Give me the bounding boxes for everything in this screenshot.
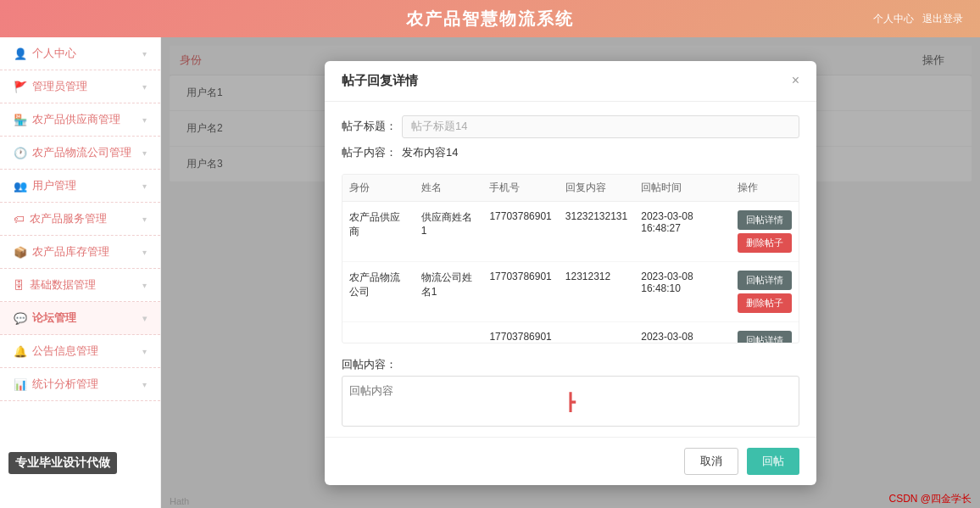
chevron-down-icon: ▾ [142, 148, 147, 158]
chevron-down-icon: ▾ [142, 314, 147, 323]
table-header-row: 身份 姓名 手机号 回复内容 回帖时间 操作 [342, 175, 799, 202]
chevron-down-icon: ▾ [142, 181, 147, 191]
chevron-down-icon: ▾ [142, 281, 147, 290]
chevron-down-icon: ▾ [142, 347, 147, 356]
reply-phone-1: 17703786901 [482, 201, 558, 261]
dialog-body: 帖子标题： 帖子内容： 发布内容14 [325, 102, 816, 437]
reply-action-2: 回帖详情 删除帖子 [731, 261, 799, 321]
post-content-label: 帖子内容： [342, 145, 397, 160]
chevron-down-icon: ▾ [142, 82, 147, 92]
app-header: 农产品智慧物流系统 个人中心 退出登录 [0, 0, 980, 37]
shop-icon: 🏪 [14, 114, 27, 126]
csdn-badge: CSDN @四金学长 [888, 492, 972, 506]
dialog-header: 帖子回复详情 × [325, 61, 816, 102]
clock-icon: 🕐 [14, 147, 27, 159]
sidebar-item-service[interactable]: 🏷 农产品服务管理 ▾ [0, 203, 160, 236]
reply-content-label: 回帖内容： [342, 357, 799, 372]
reply-textarea[interactable] [342, 376, 799, 427]
chevron-down-icon: ▾ [142, 380, 147, 389]
col-identity: 身份 [342, 175, 415, 202]
reply-row-3: 17703786901 2023-03-08 回帖详情 [342, 321, 799, 343]
app-title: 农产品智慧物流系统 [406, 8, 574, 31]
reply-identity-1: 农产品供应商 [342, 201, 415, 261]
bottom-text: Hath [170, 496, 189, 506]
reply-action-1: 回帖详情 删除帖子 [731, 201, 799, 261]
reply-detail-button-2[interactable]: 回帖详情 [738, 271, 792, 290]
sidebar-item-basedata[interactable]: 🗄 基础数据管理 ▾ [0, 269, 160, 302]
cancel-button[interactable]: 取消 [684, 448, 738, 475]
reply-identity-3 [342, 321, 415, 343]
col-time: 回帖时间 [634, 175, 731, 202]
replies-table: 身份 姓名 手机号 回复内容 回帖时间 操作 [342, 175, 799, 343]
chevron-down-icon: ▾ [142, 248, 147, 257]
post-title-row: 帖子标题： [342, 115, 799, 138]
profile-link[interactable]: 个人中心 [873, 12, 914, 26]
post-title-input[interactable] [402, 115, 799, 138]
user-icon: 👤 [14, 47, 27, 60]
modal-overlay: 帖子回复详情 × 帖子标题： 帖子内容： 发布内容14 [161, 37, 980, 508]
chat-icon: 💬 [14, 312, 27, 325]
sidebar-item-notice[interactable]: 🔔 公告信息管理 ▾ [0, 335, 160, 368]
dialog-title: 帖子回复详情 [342, 73, 418, 89]
reply-name-1: 供应商姓名1 [415, 201, 483, 261]
reply-content-3 [559, 321, 634, 343]
delete-reply-button-2[interactable]: 删除帖子 [738, 293, 792, 313]
col-action: 操作 [731, 175, 799, 202]
database-icon: 🗄 [14, 279, 25, 292]
users-icon: 👥 [14, 180, 27, 193]
logout-link[interactable]: 退出登录 [922, 12, 963, 26]
inner-action-group-2: 回帖详情 删除帖子 [738, 271, 792, 313]
sidebar-item-logistics[interactable]: 🕐 农产品物流公司管理 ▾ [0, 137, 160, 170]
sidebar-item-supplier[interactable]: 🏪 农产品供应商管理 ▾ [0, 103, 160, 137]
close-button[interactable]: × [792, 73, 799, 88]
post-content-row: 帖子内容： 发布内容14 [342, 145, 799, 160]
chevron-down-icon: ▾ [142, 215, 147, 224]
reply-name-3 [415, 321, 483, 343]
post-title-label: 帖子标题： [342, 119, 397, 134]
col-name: 姓名 [415, 175, 483, 202]
reply-detail-button-3[interactable]: 回帖详情 [738, 331, 792, 343]
main-content: 身份 操作 用户名1 📋 详情 🔍 查看论坛回复 ✏ 修改 [161, 37, 980, 508]
chart-icon: 📊 [14, 378, 27, 391]
chevron-down-icon: ▾ [142, 115, 147, 125]
sidebar: 👤 个人中心 ▾ 🚩 管理员管理 ▾ 🏪 农产品供应商管理 ▾ 🕐 农产品物流公… [0, 37, 161, 508]
sidebar-item-admin[interactable]: 🚩 管理员管理 ▾ [0, 70, 160, 103]
sidebar-item-stats[interactable]: 📊 统计分析管理 ▾ [0, 368, 160, 401]
reply-content-2: 12312312 [559, 261, 634, 321]
delete-reply-button-1[interactable]: 删除帖子 [738, 233, 792, 253]
header-right-links: 个人中心 退出登录 [873, 12, 963, 26]
watermark: 专业毕业设计代做 [8, 452, 117, 474]
sidebar-item-inventory[interactable]: 📦 农产品库存管理 ▾ [0, 236, 160, 269]
reply-row-2: 农产品物流公司 物流公司姓名1 17703786901 12312312 202… [342, 261, 799, 321]
reply-identity-2: 农产品物流公司 [342, 261, 415, 321]
box-icon: 📦 [14, 246, 27, 259]
reply-section: 回帖内容： ┣ [342, 357, 799, 429]
dialog-footer: 取消 回帖 [325, 437, 816, 485]
reply-name-2: 物流公司姓名1 [415, 261, 483, 321]
bell-icon: 🔔 [14, 345, 27, 358]
reply-row-1: 农产品供应商 供应商姓名1 17703786901 31232132131 20… [342, 201, 799, 261]
sidebar-item-users[interactable]: 👥 用户管理 ▾ [0, 170, 160, 203]
col-phone: 手机号 [482, 175, 558, 202]
reply-detail-button-1[interactable]: 回帖详情 [738, 210, 792, 230]
main-layout: 👤 个人中心 ▾ 🚩 管理员管理 ▾ 🏪 农产品供应商管理 ▾ 🕐 农产品物流公… [0, 37, 980, 508]
reply-time-2: 2023-03-08 16:48:10 [634, 261, 731, 321]
inner-table-container: 身份 姓名 手机号 回复内容 回帖时间 操作 [342, 167, 799, 350]
reply-content-1: 31232132131 [559, 201, 634, 261]
reply-time-3: 2023-03-08 [634, 321, 731, 343]
chevron-down-icon: ▾ [142, 49, 147, 59]
replies-table-wrapper: 身份 姓名 手机号 回复内容 回帖时间 操作 [342, 174, 799, 343]
sidebar-item-forum[interactable]: 💬 论坛管理 ▾ [0, 302, 160, 335]
tag-icon: 🏷 [14, 213, 25, 226]
reply-action-3: 回帖详情 [731, 321, 799, 343]
inner-action-group-3: 回帖详情 [738, 331, 792, 343]
post-content-value: 发布内容14 [402, 145, 458, 160]
submit-reply-button[interactable]: 回帖 [747, 448, 799, 475]
textarea-wrapper: ┣ [342, 376, 799, 429]
reply-phone-2: 17703786901 [482, 261, 558, 321]
flag-icon: 🚩 [14, 81, 27, 93]
inner-action-group-1: 回帖详情 删除帖子 [738, 210, 792, 253]
reply-phone-3: 17703786901 [482, 321, 558, 343]
sidebar-item-personal[interactable]: 👤 个人中心 ▾ [0, 37, 160, 70]
reply-time-1: 2023-03-08 16:48:27 [634, 201, 731, 261]
